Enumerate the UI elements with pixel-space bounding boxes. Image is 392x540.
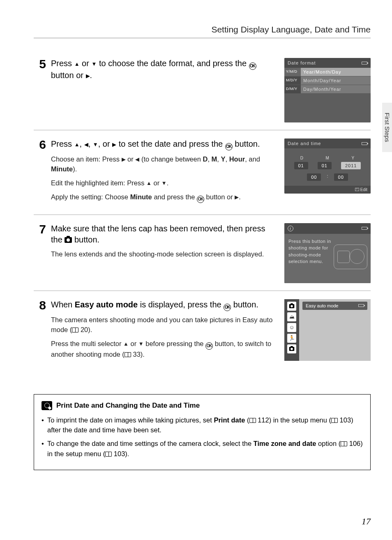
info-icon: i	[288, 226, 293, 231]
step6-sub2: Edit the highlighted item: Press or .	[51, 178, 277, 188]
step8-screen: ⛰ ☺ 🏃 Easy auto mode	[284, 299, 371, 364]
step7-instruction: Make sure that the lens cap has been rem…	[51, 223, 277, 245]
book-icon	[331, 418, 338, 423]
year-value: 2011	[341, 162, 361, 169]
step7-sub: The lens extends and the shooting-mode s…	[51, 249, 277, 259]
left-icon	[84, 139, 88, 148]
month-value: 01	[318, 162, 332, 169]
step-number: 7	[34, 223, 46, 283]
manual-page: Setting Display Language, Date and Time …	[0, 0, 392, 540]
ok-icon	[205, 342, 213, 350]
up-icon	[74, 139, 80, 148]
down-icon	[161, 179, 167, 187]
screen-title: Date format	[288, 60, 316, 65]
book-icon	[249, 418, 256, 423]
step6-instruction: Press , , , or to set the date and press…	[51, 138, 277, 150]
page-header: Setting Display Language, Date and Time	[34, 25, 371, 38]
page-number: 17	[362, 516, 371, 527]
step-number: 5	[34, 58, 46, 122]
divider	[34, 291, 371, 291]
auto-mode-icon	[287, 344, 296, 353]
smart-portrait-icon: ☺	[287, 323, 296, 332]
up-icon	[123, 340, 129, 347]
battery-icon	[358, 304, 364, 307]
edit-icon	[355, 188, 359, 191]
step5-screen: Date format Y/M/DYear/Month/Day M/D/YMon…	[284, 58, 371, 122]
right-icon	[235, 193, 239, 201]
screen-title: Date and time	[288, 141, 321, 146]
step8-sub2: Press the multi selector or before press…	[51, 339, 277, 360]
info-message: Press this button in shooting mode for s…	[288, 238, 334, 265]
menu-row-dmy: D/M/YDay/Month/Year	[284, 85, 371, 94]
right-icon	[86, 71, 90, 80]
menu-row-mdy: M/D/YMonth/Day/Year	[284, 76, 371, 85]
left-icon	[135, 155, 139, 163]
book-icon	[125, 352, 131, 357]
step-5: 5 Press or to choose the date format, an…	[34, 51, 371, 128]
down-icon	[91, 59, 97, 68]
battery-icon	[362, 142, 367, 145]
sport-mode-icon: 🏃	[287, 334, 296, 343]
note-title: Print Date and Changing the Date and Tim…	[42, 401, 363, 410]
ok-icon	[224, 304, 231, 311]
right-icon	[122, 155, 126, 163]
section-title: Setting Display Language, Date and Time	[34, 25, 371, 35]
mode-sidebar: ⛰ ☺ 🏃	[284, 299, 299, 361]
note-bullet-1: To imprint the date on images while taki…	[42, 415, 363, 436]
divider	[34, 215, 371, 215]
step6-sub3: Apply the setting: Choose Minute and pre…	[51, 192, 277, 203]
step8-sub1: The camera enters shooting mode and you …	[51, 315, 277, 335]
down-icon	[138, 340, 144, 347]
ok-icon	[249, 62, 256, 70]
hour-value: 00	[307, 173, 321, 181]
side-tab-label: First Steps	[384, 113, 391, 142]
book-icon	[105, 452, 112, 457]
step-number: 8	[34, 299, 46, 364]
battery-icon	[362, 62, 367, 65]
step-6: 6 Press , , , or to set the date and pre…	[34, 132, 371, 213]
ok-icon	[225, 143, 233, 150]
easy-auto-mode-icon	[287, 302, 296, 311]
up-icon	[74, 59, 80, 68]
scene-mode-icon: ⛰	[287, 312, 296, 321]
camera-icon	[65, 237, 72, 243]
note-bullet-2: To change the date and time settings of …	[42, 438, 363, 459]
mode-label: Easy auto mode	[306, 303, 339, 308]
ok-icon	[197, 196, 204, 203]
step-number: 6	[34, 138, 46, 207]
step-7: 7 Make sure that the lens cap has been r…	[34, 217, 371, 289]
day-value: 01	[294, 162, 308, 169]
down-icon	[93, 139, 98, 148]
right-icon	[112, 139, 116, 148]
menu-row-ymd: Y/M/DYear/Month/Day	[284, 68, 371, 76]
step6-screen: Date and time DMY 01012011 00:00 Edit	[284, 138, 371, 207]
book-icon	[341, 441, 347, 446]
step8-instruction: When Easy auto mode is displayed, press …	[51, 299, 277, 311]
camera-outline-icon	[334, 245, 367, 269]
step5-instruction: Press or to choose the date format, and …	[51, 58, 277, 81]
step-8: 8 When Easy auto mode is displayed, pres…	[34, 293, 371, 369]
side-tab: First Steps	[382, 103, 392, 152]
battery-icon	[362, 227, 367, 230]
up-icon	[146, 179, 152, 187]
book-icon	[72, 328, 78, 332]
minute-value: 00	[334, 173, 348, 181]
note-box: Print Date and Changing the Date and Tim…	[34, 394, 371, 470]
step6-sub1: Choose an item: Press or (to change betw…	[51, 155, 277, 174]
step7-screen: i Press this button in shooting mode for…	[284, 223, 371, 283]
divider	[34, 130, 371, 130]
note-badge-icon	[42, 401, 52, 410]
